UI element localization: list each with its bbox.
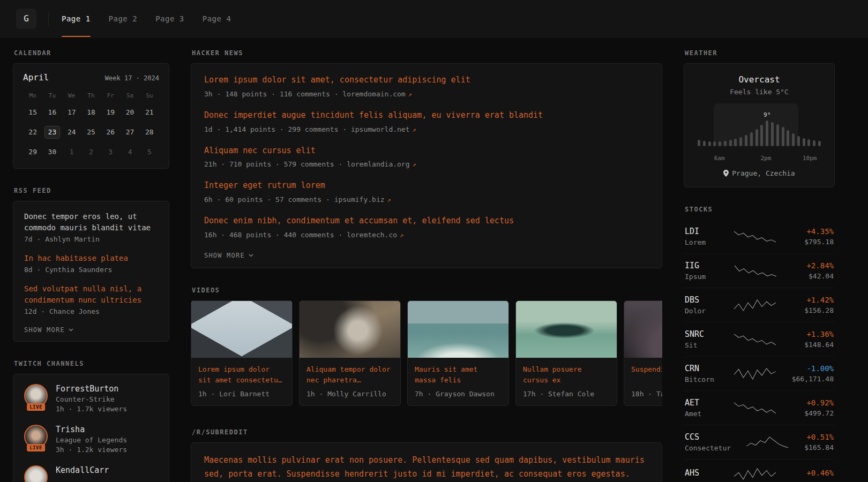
stock-values: +1.42% $156.28: [777, 296, 834, 314]
weather-bar: [703, 141, 706, 146]
hackernews-section-title: HACKER NEWS: [192, 49, 662, 57]
news-domain-link[interactable]: ipsumworld.net: [351, 125, 410, 133]
video-card[interactable]: Nullam posuere cursus ex 17h · Stefan Co…: [515, 300, 617, 406]
news-item: Integer eget rutrum lorem 6h · 60 points…: [204, 180, 649, 204]
tab-page-2[interactable]: Page 2: [109, 0, 138, 37]
calendar-day: 15: [23, 106, 42, 119]
post-title-link[interactable]: Maecenas mollis pulvinar erat non posuer…: [204, 454, 649, 481]
app-logo: G: [16, 9, 36, 29]
stock-change: +2.84%: [777, 261, 834, 270]
weekday-label: Tu: [42, 92, 62, 99]
twitch-channel-row[interactable]: KendallCarr: [24, 465, 158, 482]
rss-item-title[interactable]: Donec tempor eros leo, ut commodo mauris…: [24, 211, 158, 234]
stock-row[interactable]: CRN Bitcorn -1.00% $66,171.48: [684, 357, 835, 391]
stock-sparkline: [735, 263, 777, 278]
video-title-link[interactable]: Aliquam tempor dolor nec pharetra…: [306, 364, 393, 386]
calendar-day-next-month: 2: [81, 146, 101, 159]
stock-row[interactable]: SNRC Sit +1.36% $148.64: [684, 322, 835, 357]
sparkline-chart: [734, 401, 776, 415]
news-title-link[interactable]: Lorem ipsum dolor sit amet, consectetur …: [204, 74, 649, 86]
calendar-day-next-month: 4: [120, 146, 139, 159]
news-domain-link[interactable]: loremdomain.com: [342, 90, 405, 98]
weather-feels-like: Feels like 5°C: [693, 88, 826, 96]
channel-game: Counter-Strike: [56, 395, 127, 403]
news-title-link[interactable]: Donec enim nibh, condimentum et accumsan…: [204, 215, 649, 227]
twitch-channel-row[interactable]: LIVE ForrestBurton Counter-Strike 1h · 1…: [24, 384, 158, 413]
stock-row[interactable]: LDI Lorem +4.35% $795.18: [684, 220, 835, 254]
stock-row[interactable]: AET Amet +0.92% $499.72: [684, 391, 835, 425]
tab-page-3[interactable]: Page 3: [155, 0, 184, 37]
video-card[interactable]: Lorem ipsum dolor sit amet consectetu… 1…: [191, 300, 293, 406]
video-thumbnail: [516, 301, 617, 358]
avatar-wrap: LIVE: [24, 384, 48, 408]
weather-bar: [792, 133, 795, 146]
calendar-day: 16: [42, 106, 62, 119]
stock-row[interactable]: CCS Consectetur +0.51% $165.84: [684, 425, 835, 460]
rss-widget: RSS FEED Donec tempor eros leo, ut commo…: [13, 187, 169, 342]
live-badge: LIVE: [27, 403, 45, 411]
meta-separator: ·: [342, 125, 351, 133]
rss-item-title[interactable]: Sed volutpat nulla nisl, a condimentum n…: [24, 283, 158, 306]
weather-bar: [713, 141, 716, 146]
stock-id: CCS Consectetur: [685, 432, 746, 452]
stock-sparkline: [746, 435, 789, 450]
news-meta: 1d · 1,414 points · 299 comments · ipsum…: [204, 125, 649, 133]
news-domain-link[interactable]: loremtech.co: [347, 231, 397, 239]
news-meta: 21h · 710 points · 579 comments · loreml…: [204, 160, 649, 168]
video-card[interactable]: Aliquam tempor dolor nec pharetra… 1h · …: [299, 300, 401, 406]
video-card[interactable]: Mauris sit amet massa felis 7h · Grayson…: [407, 300, 509, 406]
stock-name: Sit: [685, 341, 734, 349]
twitch-channel-row[interactable]: LIVE Trisha League of Legends 3h · 1.2k …: [24, 425, 158, 454]
weather-bar: [787, 130, 789, 146]
weather-bar: [729, 140, 732, 146]
sparkline-chart: [734, 467, 776, 481]
external-link-icon: ↗: [387, 196, 391, 204]
news-title-link[interactable]: Donec imperdiet augue tincidunt felis al…: [204, 110, 649, 122]
page-tabs: Page 1 Page 2 Page 3 Page 4: [62, 0, 249, 37]
weather-widget: WEATHER Overcast Feels like 5°C 9° 6am 2…: [684, 49, 835, 187]
video-thumbnail: [408, 301, 508, 358]
video-card[interactable]: Suspendisse diam 18h · Tara: [624, 300, 662, 406]
channel-name[interactable]: Trisha: [56, 425, 127, 434]
video-title-link[interactable]: Lorem ipsum dolor sit amet consectetu…: [198, 364, 285, 386]
video-title-link[interactable]: Nullam posuere cursus ex: [523, 364, 610, 386]
news-domain-link[interactable]: ipsumify.biz: [334, 195, 385, 204]
channel-name[interactable]: KendallCarr: [56, 465, 109, 475]
weekday-label: Su: [140, 92, 159, 99]
video-title-link[interactable]: Mauris sit amet massa felis: [415, 364, 502, 386]
weather-bar: [797, 136, 800, 146]
stock-row[interactable]: IIG Ipsum +2.84% $42.04: [684, 254, 835, 288]
stock-name: Lorem: [685, 238, 734, 246]
rss-item-meta: 7d · Ashlyn Martin: [24, 235, 158, 243]
meta-separator: ·: [334, 90, 343, 98]
meta-separator: ·: [338, 231, 347, 239]
tab-page-4[interactable]: Page 4: [203, 0, 231, 37]
rss-box: Donec tempor eros leo, ut commodo mauris…: [13, 201, 169, 342]
channel-meta: 3h · 1.2k viewers: [56, 446, 127, 454]
hackernews-box: Lorem ipsum dolor sit amet, consectetur …: [191, 63, 662, 268]
calendar-grid: Mo Tu We Th Fr Sa Su 15 16 17 18 19 20 2…: [23, 92, 159, 159]
dashboard-grid: CALENDAR April Week 17 · 2024 Mo Tu We T…: [0, 37, 868, 482]
external-link-icon: ↗: [400, 231, 403, 239]
calendar-day: 25: [81, 126, 101, 139]
calendar-week-year-label: Week 17 · 2024: [105, 74, 159, 82]
hackernews-show-more-button[interactable]: SHOW MORE: [204, 252, 253, 259]
show-more-label: SHOW MORE: [204, 252, 245, 259]
stock-row[interactable]: DBS Dolor +1.42% $156.28: [684, 288, 835, 322]
topbar: G Page 1 Page 2 Page 3 Page 4: [0, 0, 868, 37]
tab-page-1[interactable]: Page 1: [62, 0, 91, 37]
stock-sparkline: [734, 332, 777, 347]
news-domain-link[interactable]: loremlandia.org: [347, 160, 409, 168]
news-item: Donec imperdiet augue tincidunt felis al…: [204, 110, 649, 133]
video-title-link[interactable]: Suspendisse diam: [631, 364, 662, 386]
rss-item-title[interactable]: In hac habitasse platea: [24, 253, 158, 264]
avatar-wrap: LIVE: [24, 425, 48, 448]
external-link-icon: ↗: [413, 161, 416, 168]
news-title-link[interactable]: Aliquam nec cursus elit: [204, 145, 649, 157]
news-title-link[interactable]: Integer eget rutrum lorem: [204, 180, 649, 192]
stock-row[interactable]: AHS +0.46%: [684, 460, 835, 482]
weekday-label: Sa: [120, 92, 139, 99]
rss-show-more-button[interactable]: SHOW MORE: [24, 326, 73, 334]
weather-box: Overcast Feels like 5°C 9° 6am 2pm 10pm …: [684, 63, 835, 187]
channel-name[interactable]: ForrestBurton: [56, 384, 127, 394]
